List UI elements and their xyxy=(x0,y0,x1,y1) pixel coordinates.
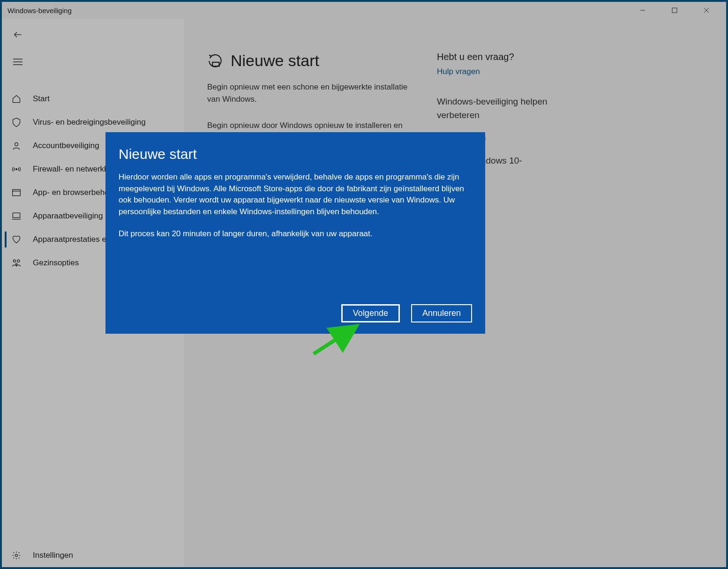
cancel-button[interactable]: Annuleren xyxy=(411,304,472,322)
dialog-title: Nieuwe start xyxy=(119,146,472,162)
dialog-paragraph-1: Hierdoor worden alle apps en programma's… xyxy=(119,172,472,218)
dialog-paragraph-2: Dit proces kan 20 minuten of langer dure… xyxy=(119,228,472,240)
fresh-start-dialog: Nieuwe start Hierdoor worden alle apps e… xyxy=(105,132,485,334)
next-button[interactable]: Volgende xyxy=(341,304,400,322)
